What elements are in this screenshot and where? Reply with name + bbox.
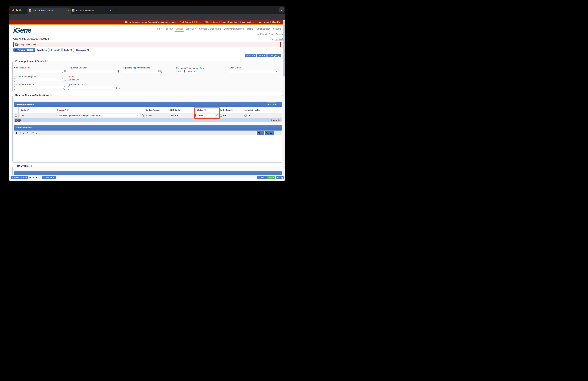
tab-close-icon[interactable]: ✕ [110, 10, 111, 12]
bold-icon[interactable]: B [16, 132, 18, 134]
add-row-button[interactable]: + [15, 119, 18, 122]
requested-location-label: Requested Location [68, 67, 87, 69]
requested-location-select[interactable]: ∨ [68, 69, 119, 73]
scrollbar-thumb[interactable] [283, 21, 285, 77]
patient-meta: 05/08/2024 000133 [27, 37, 49, 40]
collapse-icon[interactable]: − [45, 60, 47, 62]
high-risk-banner: High Risk: falls [13, 42, 281, 47]
page-action-buttons: Actions▾ Print▾ Changelog [245, 54, 281, 57]
search-icon[interactable] [118, 87, 120, 89]
save-button[interactable]: Save [267, 176, 275, 179]
requested-date-input[interactable] [122, 69, 162, 73]
first-appointment-section: First Appointment Details − Clinic Reque… [12, 61, 283, 92]
main-navigation: Home Patients Clinical Laboratory Sample… [156, 27, 281, 30]
record-tab-tasks[interactable]: Tasks (0) [62, 48, 74, 52]
no-entry-icon [15, 43, 19, 46]
clinic-requested-select[interactable]: ▼ [14, 69, 63, 73]
minutes-select[interactable]: Mins∨ [187, 69, 196, 73]
print-button[interactable]: Print▾ [257, 54, 267, 57]
search-icon[interactable] [142, 114, 144, 117]
staff-member-select[interactable]: ▼ [14, 78, 63, 82]
patient-name-link[interactable]: Ono Michio [13, 37, 26, 40]
previous-item-button[interactable]: < Previous Item [11, 176, 28, 179]
igene-logo[interactable]: iGene [13, 26, 31, 34]
new-tab-button[interactable]: + [115, 8, 117, 11]
ou-hospital-link[interactable]: Hospital [274, 38, 283, 41]
search-icon[interactable] [64, 79, 66, 81]
tasks-link[interactable]: 2 Tasks [194, 21, 201, 23]
changelog-button[interactable]: Changelog [268, 54, 281, 57]
in-family-checkbox[interactable] [220, 114, 222, 117]
print-queue-link[interactable]: Print Queue [180, 21, 191, 23]
appointment-reason-select[interactable]: ∨ [14, 86, 65, 90]
nav-item-system[interactable]: System [273, 27, 281, 30]
nav-item-administration[interactable]: Administration [256, 27, 270, 30]
remove-row-button[interactable]: − [18, 119, 21, 122]
appointment-reason-label: Appointment Reason [14, 83, 34, 86]
hours-select[interactable]: Hrs∨ [177, 69, 185, 73]
recent-patients-menu[interactable]: Recent Patients ▾ [221, 21, 237, 23]
desktop-background: iGene: Clinical Referral ✕ iGene: Prefer… [0, 0, 294, 190]
column-icd-code: ICD-Code [170, 107, 180, 112]
tab-search-chevron-button[interactable]: ⌄ [279, 7, 284, 12]
cancel-button[interactable]: Cancel [257, 176, 267, 179]
other-reasons-editor[interactable] [14, 135, 282, 161]
page-scrollbar[interactable] [283, 20, 285, 175]
calendar-icon[interactable]: 31 [159, 70, 162, 73]
remove-format-icon[interactable]: Tx [36, 132, 38, 134]
staff-grade-select[interactable]: ▼ [230, 69, 278, 73]
browser-tab-clinical-referral[interactable]: iGene: Clinical Referral ✕ [27, 7, 71, 14]
staff-member-label: Staff Member Requested [14, 75, 38, 78]
referral-reasons-actions-button[interactable]: Actions▾ [267, 103, 276, 106]
search-icon[interactable] [280, 70, 282, 72]
local-filestore-menu[interactable]: Local Filestore ▾ [240, 21, 255, 23]
window-close-button[interactable] [12, 9, 14, 11]
main-menu-link[interactable]: Main Menu [259, 21, 269, 23]
row-select-checkbox[interactable] [15, 113, 17, 118]
window-minimize-button[interactable] [16, 9, 18, 11]
appointment-type-label: Appointment Type [68, 83, 85, 86]
table-row: C503 "KNOWN" eponymous dysmorphic syndro… [14, 113, 282, 118]
nav-item-laboratory[interactable]: Laboratory [186, 27, 196, 30]
section-title-first-appointment: First Appointment Details − [15, 60, 48, 63]
nav-item-clinical[interactable]: Clinical [175, 27, 183, 30]
appointment-type-select[interactable]: ▼ [68, 86, 117, 90]
table-footer: + − 1 records [14, 118, 282, 122]
actions-button[interactable]: Actions▾ [245, 54, 256, 57]
search-icon[interactable] [64, 70, 66, 72]
return-to-search-link[interactable]: << Return to Search Results [256, 33, 283, 35]
record-tab-events[interactable]: Events(6) [49, 48, 62, 52]
column-include-letter: Include in Letter [245, 107, 260, 112]
cell-in-family: Yes [220, 113, 226, 118]
collapse-icon[interactable]: − [50, 94, 52, 96]
nav-item-sample-management[interactable]: Sample Management [199, 27, 221, 30]
record-tab-referral[interactable]: ✕ Referral: 000183 [13, 48, 35, 52]
sign-out-link[interactable]: Sign Out [272, 21, 280, 23]
nav-item-home[interactable]: Home [156, 27, 162, 30]
browser-tab-preferences[interactable]: iGene: Preferences ✕ [71, 7, 113, 14]
notifications-link[interactable]: 2 Notifications [205, 21, 218, 23]
chevron-down-icon: ∨ [63, 87, 64, 89]
nav-item-patients[interactable]: Patients [165, 27, 173, 30]
superscript-icon[interactable]: X2 [31, 132, 34, 134]
close-tab-icon[interactable]: ✕ [15, 49, 17, 51]
include-letter-checkbox[interactable] [245, 114, 247, 117]
reason-select[interactable]: "KNOWN" eponymous dysmorphic syndromes▼ [57, 114, 140, 117]
record-tab-resources[interactable]: Resources (3) [75, 48, 91, 52]
collapse-icon[interactable]: − [30, 165, 32, 167]
clean-button[interactable]: Clean [257, 131, 264, 135]
subscript-icon[interactable]: X2 [27, 131, 29, 134]
next-item-button[interactable]: Next Item > [42, 176, 56, 179]
nav-item-quality-management[interactable]: Quality Management [224, 27, 244, 30]
tab-close-icon[interactable]: ✕ [68, 10, 69, 12]
window-zoom-button[interactable] [19, 9, 21, 11]
italic-icon[interactable]: I [20, 132, 21, 134]
tab-divider [9, 52, 285, 52]
item-counter: 179 of 180 [28, 176, 38, 179]
underline-icon[interactable]: U [23, 132, 25, 134]
billing-button[interactable]: Billing [276, 176, 284, 179]
record-tab-workflows[interactable]: Workflows [36, 48, 49, 52]
snippet-button[interactable]: Snippet [265, 131, 274, 135]
record-count: 1 records [271, 119, 280, 121]
nav-item-billing[interactable]: Billing [247, 27, 253, 30]
